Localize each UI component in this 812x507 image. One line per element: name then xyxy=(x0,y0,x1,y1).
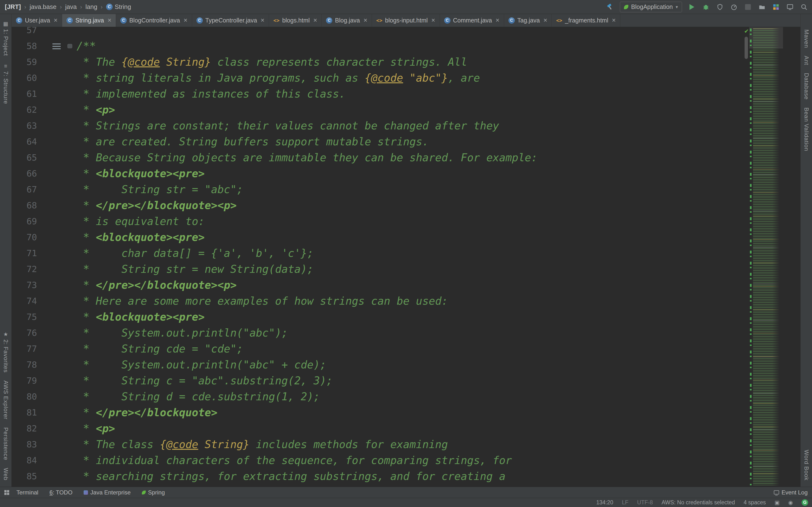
line-number[interactable]: 63 xyxy=(12,118,37,134)
code-area[interactable]: 5758/**59 * The {@code String} class rep… xyxy=(12,27,744,487)
highlighting-level-icon[interactable]: ◉ xyxy=(788,500,793,505)
grazie-plugin-icon[interactable]: G xyxy=(802,499,808,506)
tool-button-word-book[interactable]: Word Book xyxy=(803,446,810,484)
line-number[interactable]: 65 xyxy=(12,150,37,166)
tab-close-icon[interactable]: × xyxy=(261,17,265,24)
open-in-browser-button[interactable] xyxy=(758,3,766,11)
tool-button-bean-validation[interactable]: Bean Validation xyxy=(803,104,810,155)
tab-user-java[interactable]: CUser.java× xyxy=(12,14,62,27)
status-utf-8[interactable]: UTF-8 xyxy=(637,499,653,506)
tab-close-icon[interactable]: × xyxy=(108,17,111,24)
reader-mode-icon[interactable]: ▣ xyxy=(774,500,779,505)
line-number[interactable]: 72 xyxy=(12,261,37,277)
tool-button-web[interactable]: Web xyxy=(2,464,9,484)
tab-close-icon[interactable]: × xyxy=(363,17,367,24)
run-button[interactable] xyxy=(688,3,696,11)
minimap[interactable] xyxy=(749,27,783,487)
profiler-button[interactable] xyxy=(730,3,738,11)
line-number[interactable]: 61 xyxy=(12,86,37,102)
tab-close-icon[interactable]: × xyxy=(54,17,57,24)
render-doc-toggle-icon[interactable] xyxy=(52,44,61,49)
line-number[interactable]: 83 xyxy=(12,437,37,452)
inspections-ok-icon[interactable]: ✔ xyxy=(744,29,749,34)
line-number[interactable]: 84 xyxy=(12,452,37,468)
tab-close-icon[interactable]: × xyxy=(544,17,547,24)
scrollbar[interactable]: ✔ xyxy=(744,27,749,487)
services-button[interactable] xyxy=(772,3,780,11)
breadcrumb-item-lang[interactable]: lang xyxy=(85,3,97,11)
tool-button-2-favorites[interactable]: ★2: Favorites xyxy=(2,328,9,376)
tab-close-icon[interactable]: × xyxy=(612,17,616,24)
editor[interactable]: 5758/**59 * The {@code String} class rep… xyxy=(12,27,800,487)
status-4-spaces[interactable]: 4 spaces xyxy=(744,499,766,506)
line-number[interactable]: 66 xyxy=(12,166,37,181)
line-number[interactable]: 78 xyxy=(12,357,37,373)
run-config-select[interactable]: BlogApplication ▾ xyxy=(620,2,682,12)
line-number[interactable]: 73 xyxy=(12,277,37,293)
status-lf[interactable]: LF xyxy=(622,499,628,506)
line-number[interactable]: 79 xyxy=(12,373,37,389)
tab-blogs-input-html[interactable]: <>blogs-input.html× xyxy=(372,14,440,27)
tab-comment-java[interactable]: CComment.java× xyxy=(440,14,504,27)
line-number[interactable]: 68 xyxy=(12,198,37,213)
breadcrumb-item-java[interactable]: java xyxy=(65,3,77,11)
tab-close-icon[interactable]: × xyxy=(313,17,317,24)
search-everywhere-button[interactable] xyxy=(800,3,808,11)
tab-blogs-html[interactable]: <>blogs.html× xyxy=(269,14,322,27)
tab-fragments-html[interactable]: <>_fragments.html× xyxy=(552,14,620,27)
toolwindow-button-java-enterprise[interactable]: Java Enterprise xyxy=(84,489,131,496)
line-number[interactable]: 76 xyxy=(12,325,37,341)
tool-button-7-structure[interactable]: ≡7: Structure xyxy=(2,60,9,108)
line-number[interactable]: 57 xyxy=(12,27,37,38)
line-number[interactable]: 70 xyxy=(12,229,37,245)
line-number[interactable]: 85 xyxy=(12,468,37,484)
toolwindow-button-spring[interactable]: Spring xyxy=(142,489,165,496)
breadcrumb-item-java-base[interactable]: java.base xyxy=(30,3,56,11)
status-caret-position[interactable]: 134:20 xyxy=(596,499,613,506)
build-hammer-icon[interactable] xyxy=(606,3,614,11)
line-number[interactable]: 71 xyxy=(12,245,37,261)
presentation-button[interactable] xyxy=(786,3,794,11)
tool-button-1-project[interactable]: ▦1: Project xyxy=(2,17,9,60)
tool-button-persistence[interactable]: Persistence xyxy=(2,424,9,464)
line-number[interactable]: 69 xyxy=(12,213,37,229)
line-number[interactable]: 80 xyxy=(12,389,37,405)
code-segment: * xyxy=(77,167,96,180)
line-number[interactable]: 60 xyxy=(12,70,37,86)
toolwindow-button-event-log[interactable]: Event Log xyxy=(774,489,808,496)
tab-blog-java[interactable]: CBlog.java× xyxy=(322,14,372,27)
line-number[interactable]: 62 xyxy=(12,102,37,118)
debug-button[interactable] xyxy=(702,3,710,11)
coverage-button[interactable] xyxy=(716,3,724,11)
line-number[interactable]: 74 xyxy=(12,293,37,309)
line-number[interactable]: 81 xyxy=(12,405,37,420)
line-number[interactable]: 75 xyxy=(12,309,37,325)
toolwindow-button-terminal[interactable]: Terminal xyxy=(16,489,39,496)
tool-button-maven[interactable]: Maven xyxy=(803,25,810,52)
line-number[interactable]: 82 xyxy=(12,420,37,437)
breadcrumb-item-string[interactable]: CString xyxy=(106,3,131,11)
tool-button-database[interactable]: Database xyxy=(803,69,810,104)
scrollbar-thumb[interactable] xyxy=(745,37,748,59)
tab-string-java[interactable]: CString.java× xyxy=(62,14,116,27)
tool-button-aws-explorer[interactable]: AWS Explorer xyxy=(2,377,9,424)
line-number[interactable]: 59 xyxy=(12,54,37,70)
tab-blogcontroller-java[interactable]: CBlogController.java× xyxy=(116,14,192,27)
tab-typecontroller-java[interactable]: CTypeController.java× xyxy=(192,14,269,27)
toolwindow-button-6-todo[interactable]: 6: TODO xyxy=(50,489,72,496)
line-number[interactable]: 77 xyxy=(12,341,37,357)
tab-close-icon[interactable]: × xyxy=(496,17,500,24)
line-number[interactable]: 58 xyxy=(12,38,37,54)
tab-close-icon[interactable]: × xyxy=(432,17,435,24)
toolwindow-switcher-icon[interactable] xyxy=(4,490,9,495)
line-number[interactable]: 67 xyxy=(12,181,37,198)
status-aws-no-credentials-selected[interactable]: AWS: No credentials selected xyxy=(662,499,735,506)
stop-button[interactable] xyxy=(744,3,752,11)
tab-tag-java[interactable]: CTag.java× xyxy=(504,14,552,27)
tool-button-ant[interactable]: Ant xyxy=(803,52,810,69)
code-segment: <blockquote><pre> xyxy=(96,167,204,180)
tab-close-icon[interactable]: × xyxy=(184,17,188,24)
code-text: * <p> xyxy=(77,420,115,437)
line-number[interactable]: 64 xyxy=(12,134,37,150)
breadcrumb-item-jrt[interactable]: [JRT] xyxy=(5,3,21,11)
